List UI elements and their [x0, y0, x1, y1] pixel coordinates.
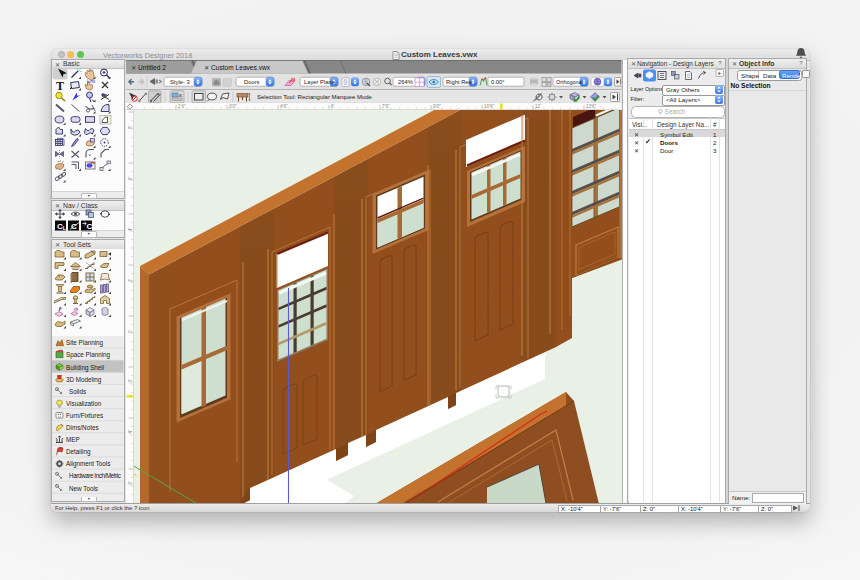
svg-text:3D Modeling: 3D Modeling	[66, 376, 102, 384]
svg-text:Style- 3: Style- 3	[170, 78, 190, 84]
svg-text:12': 12'	[535, 104, 541, 109]
svg-text:6': 6'	[128, 176, 133, 180]
svg-text:Furn/Fixtures: Furn/Fixtures	[66, 412, 103, 419]
svg-text:Detailing: Detailing	[66, 448, 91, 456]
svg-text:8': 8'	[128, 125, 133, 129]
svg-text:0': 0'	[128, 329, 133, 333]
svg-text:Layer Plane: Layer Plane	[304, 78, 335, 84]
svg-text:-4': -4'	[128, 430, 133, 435]
svg-text:Right Rea...: Right Rea...	[446, 78, 477, 84]
svg-text:Alignment Tools: Alignment Tools	[66, 460, 110, 468]
svg-text:1'6": 1'6"	[178, 104, 186, 109]
svg-text:Doors: Doors	[244, 78, 260, 84]
svg-text:Hardware Inch/Metric: Hardware Inch/Metric	[69, 472, 121, 479]
svg-text:7'6": 7'6"	[382, 104, 390, 109]
svg-text:4'6": 4'6"	[280, 104, 288, 109]
svg-text:Custom Leaves.vwx: Custom Leaves.vwx	[211, 64, 271, 71]
svg-text:MEP: MEP	[66, 436, 80, 443]
svg-text:3'0": 3'0"	[229, 104, 237, 109]
svg-text:Orthogonal: Orthogonal	[556, 78, 583, 84]
svg-text:T: T	[56, 79, 64, 93]
svg-text:✕: ✕	[204, 64, 209, 71]
svg-text:-2': -2'	[128, 379, 133, 384]
svg-text:10'6": 10'6"	[484, 104, 495, 109]
svg-text:Space Planning: Space Planning	[66, 351, 111, 359]
svg-text:Building Shell: Building Shell	[66, 364, 104, 372]
svg-text:a:: a:	[179, 92, 183, 97]
svg-text:✕: ✕	[131, 64, 136, 71]
svg-text:9'0": 9'0"	[433, 104, 441, 109]
svg-text:6': 6'	[331, 104, 335, 109]
svg-text:Link: Link	[87, 79, 96, 84]
svg-text:Untitled 2: Untitled 2	[138, 64, 166, 71]
svg-text:New Tools: New Tools	[69, 485, 98, 492]
svg-text:0.00°: 0.00°	[491, 78, 505, 84]
svg-text:Visualization: Visualization	[66, 400, 102, 407]
svg-text:13'6": 13'6"	[586, 104, 597, 109]
svg-text:4': 4'	[128, 227, 133, 231]
svg-text:Solids: Solids	[69, 388, 86, 395]
svg-text:Site Planning: Site Planning	[66, 339, 104, 347]
svg-text:Selection Tool: Rectangular Ma: Selection Tool: Rectangular Marquee Mode	[257, 94, 373, 100]
svg-text:C: C	[87, 222, 93, 231]
svg-text:2': 2'	[128, 278, 133, 282]
svg-text:-6': -6'	[128, 481, 133, 486]
svg-text:Dims/Notes: Dims/Notes	[66, 424, 99, 431]
svg-text:264%: 264%	[398, 78, 413, 84]
